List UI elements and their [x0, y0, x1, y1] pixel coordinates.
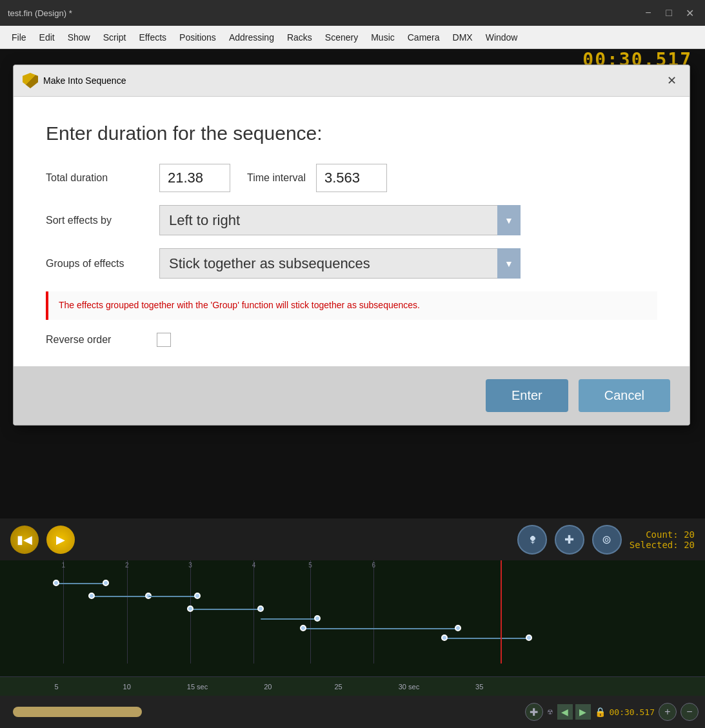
track-dot-9 [300, 625, 306, 631]
reverse-label: Reverse order [46, 334, 149, 346]
reverse-checkbox[interactable] [157, 333, 171, 347]
track-dot-3 [88, 593, 95, 599]
shield-icon [23, 73, 38, 88]
sort-row: Sort effects by Left to right Right to l… [46, 205, 657, 235]
menu-file[interactable]: File [5, 28, 33, 46]
sort-select-wrapper: Left to right Right to left Top to botto… [159, 205, 521, 235]
track-dot-6 [187, 605, 194, 612]
scroll-thumb[interactable] [13, 707, 142, 717]
zoom-out-minus-button[interactable]: − [680, 703, 699, 721]
track-6 [303, 628, 458, 629]
dialog-title-left: Make Into Sequence [23, 73, 126, 88]
ruler-label-30: 30 sec [399, 683, 419, 691]
menu-music[interactable]: Music [364, 28, 401, 46]
vmarker-6: 6 [373, 560, 374, 664]
move-tool-button[interactable]: ✚ [555, 525, 584, 555]
track-4 [190, 609, 261, 610]
timeline-timestamp: 00:30.517 [610, 707, 655, 717]
enter-button[interactable]: Enter [486, 379, 568, 412]
groups-row: Groups of effects Stick together as subs… [46, 248, 657, 279]
lock-symbol: 🔒 [595, 707, 606, 717]
info-text: The effects grouped together with the 'G… [59, 300, 420, 310]
close-button[interactable]: ✕ [682, 5, 697, 21]
groups-select[interactable]: Stick together as subsequences Split int… [159, 248, 521, 279]
track-2 [92, 596, 148, 597]
selected-value: 20 [684, 540, 695, 550]
title-bar-controls: − □ ✕ [640, 5, 697, 21]
ruler-label-15: 15 sec [187, 683, 208, 691]
reverse-row: Reverse order [46, 333, 657, 347]
track-dot-12 [526, 635, 532, 641]
dialog-footer: Enter Cancel [14, 366, 690, 425]
vmarker-3: 3 [190, 560, 191, 664]
playhead [501, 560, 502, 664]
track-3 [148, 596, 198, 597]
zoom-radiation-icon: ☢ [547, 708, 553, 716]
maximize-button[interactable]: □ [661, 5, 677, 21]
menu-bar: File Edit Show Script Effects Positions … [0, 26, 705, 49]
selected-display: Selected: 20 [630, 540, 695, 550]
cancel-button[interactable]: Cancel [579, 379, 670, 412]
menu-window[interactable]: Window [479, 28, 524, 46]
menu-camera[interactable]: Camera [401, 28, 446, 46]
track-1 [56, 583, 106, 584]
sort-label: Sort effects by [46, 215, 149, 226]
ruler-label-20: 20 [264, 683, 272, 691]
count-value: 20 [684, 529, 695, 540]
track-dot-5 [194, 593, 201, 599]
nav-right-button[interactable]: ▶ [575, 704, 591, 720]
vmarker-2: 2 [127, 560, 128, 664]
track-dot-1 [53, 580, 59, 586]
nav-left-button[interactable]: ◀ [557, 704, 573, 720]
zoom-in-button[interactable]: ✚ [525, 703, 543, 721]
pan-tool-button[interactable]: ⊚ [592, 525, 622, 555]
zoom-in-plus-button[interactable]: + [659, 703, 677, 721]
vmarker-1: 1 [63, 560, 64, 664]
menu-addressing[interactable]: Addressing [223, 28, 281, 46]
lock-icon: 🔒 [595, 707, 606, 717]
ruler-label-5: 5 [54, 683, 58, 691]
title-bar: test.fin (Design) * − □ ✕ [0, 0, 705, 26]
menu-positions[interactable]: Positions [173, 28, 223, 46]
minimize-button[interactable]: − [640, 5, 656, 21]
title-bar-left: test.fin (Design) * [8, 8, 72, 18]
count-display: Count: 20 [630, 529, 695, 540]
app-title: test.fin (Design) * [8, 8, 72, 18]
dialog-titlebar: Make Into Sequence ✕ [14, 65, 690, 97]
nav-arrows: ◀ ▶ [557, 704, 591, 720]
time-interval-input[interactable] [316, 164, 387, 192]
time-interval-label: Time interval [247, 172, 306, 184]
dialog-body: Enter duration for the sequence: Total d… [14, 97, 690, 366]
count-label: Count: [646, 529, 679, 540]
menu-dmx[interactable]: DMX [446, 28, 479, 46]
dialog-close-button[interactable]: ✕ [662, 72, 680, 90]
menu-effects[interactable]: Effects [133, 28, 174, 46]
zoom-controls: ✚ ☢ ◀ ▶ 🔒 00:30.517 + − [525, 703, 699, 721]
info-box: The effects grouped together with the 'G… [46, 291, 657, 320]
timeline-area: 1 2 3 4 5 6 5 [0, 560, 705, 696]
make-into-sequence-dialog: Make Into Sequence ✕ Enter duration for … [13, 64, 690, 426]
track-5 [261, 618, 317, 620]
menu-edit[interactable]: Edit [33, 28, 61, 46]
bottom-controls: ✚ ☢ ◀ ▶ 🔒 00:30.517 + − [0, 696, 705, 728]
play-button[interactable]: ▶ [46, 526, 75, 554]
track-dot-10 [455, 625, 461, 631]
menu-show[interactable]: Show [61, 28, 97, 46]
vmarker-5: 5 [310, 560, 311, 664]
ruler: 5 10 15 sec 20 25 30 sec 35 [0, 676, 705, 696]
groups-label: Groups of effects [46, 258, 149, 270]
ruler-label-35: 35 [475, 683, 483, 691]
ruler-label-10: 10 [123, 683, 131, 691]
cursor-tool-button[interactable]: ⧭ [517, 525, 547, 555]
menu-racks[interactable]: Racks [281, 28, 319, 46]
total-duration-label: Total duration [46, 172, 149, 184]
menu-scenery[interactable]: Scenery [319, 28, 364, 46]
timeline-tracks: 1 2 3 4 5 6 [0, 560, 705, 664]
sort-select[interactable]: Left to right Right to left Top to botto… [159, 205, 521, 235]
track-dot-2 [103, 580, 109, 586]
menu-script[interactable]: Script [97, 28, 133, 46]
ruler-label-25: 25 [335, 683, 343, 691]
rewind-button[interactable]: ▮◀ [10, 526, 39, 554]
track-dot-8 [314, 615, 321, 622]
total-duration-input[interactable] [159, 164, 230, 192]
